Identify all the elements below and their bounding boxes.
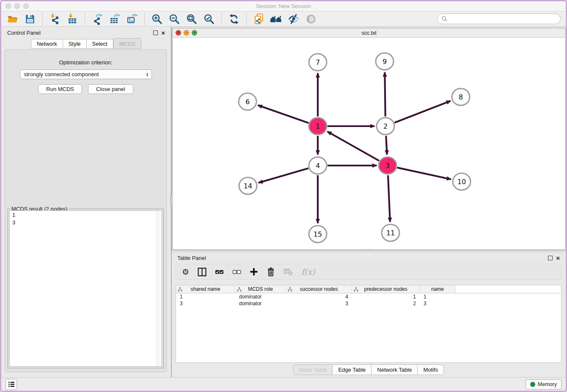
tab-style[interactable]: Style [63, 39, 87, 49]
mcds-result-fieldset: MCDS result (2 nodes) 13 [8, 209, 164, 368]
criterion-select[interactable]: strongly connected component ▲▼ [20, 69, 152, 79]
table-options-icon[interactable]: ⚙ [182, 268, 189, 276]
graph-node-1[interactable]: 1 [309, 118, 327, 135]
svg-text:1: 1 [316, 122, 320, 130]
control-panel: Control Panel × NetworkStyleSelectMCDS O… [1, 27, 171, 377]
edge-2-8[interactable] [394, 101, 450, 122]
graph-node-8[interactable]: 8 [452, 88, 470, 105]
tab-motifs[interactable]: Motifs [418, 364, 444, 375]
svg-text:9: 9 [383, 58, 387, 66]
first-neighbors-icon[interactable] [270, 13, 283, 25]
open-file-icon[interactable] [6, 13, 19, 25]
select-stepper-icon: ▲▼ [146, 72, 149, 77]
table-panel-title: Table Panel [177, 255, 206, 261]
tab-network[interactable]: Network [31, 39, 63, 49]
table-row[interactable]: 3dominator323 [176, 300, 561, 307]
export-network-icon[interactable] [91, 13, 104, 25]
clone-network-icon[interactable] [253, 13, 265, 25]
column-header-name[interactable]: name [420, 285, 456, 293]
graph-node-11[interactable]: 11 [382, 224, 399, 241]
deselect-all-icon[interactable] [232, 268, 241, 276]
list-icon [8, 381, 15, 388]
edge-2-3[interactable] [386, 136, 387, 155]
search-input[interactable] [450, 15, 556, 22]
add-column-icon[interactable] [250, 268, 258, 276]
table-cell: 3 [420, 300, 456, 307]
tab-edge-table[interactable]: Edge Table [333, 364, 372, 375]
search-box[interactable] [437, 14, 561, 24]
select-all-icon[interactable] [215, 268, 224, 276]
table-cell: dominator [235, 293, 286, 300]
table-header-row: shared nameMCDS rolesuccessor nodesprede… [176, 285, 561, 293]
run-mcds-button[interactable]: Run MCDS [38, 84, 82, 94]
graph-node-10[interactable]: 10 [453, 173, 471, 190]
import-network-icon[interactable] [49, 13, 61, 25]
graph-node-4[interactable]: 4 [309, 157, 327, 174]
tab-network-table[interactable]: Network Table [372, 364, 418, 375]
zoom-selected-icon[interactable] [203, 13, 215, 25]
graph-svg: 1234678910111415 [173, 38, 565, 249]
tab-mcds[interactable]: MCDS [113, 38, 141, 49]
tab-node-table[interactable]: Node Table [293, 364, 333, 375]
result-scrollbar[interactable] [157, 211, 162, 366]
column-header-successor-nodes[interactable]: successor nodes [286, 285, 352, 293]
column-header-MCDS-role[interactable]: MCDS role [235, 285, 286, 293]
window-titlebar: Session: New Session [1, 1, 566, 11]
svg-text:10: 10 [457, 178, 466, 186]
graph-node-3[interactable]: 3 [379, 157, 396, 174]
save-session-icon[interactable] [24, 13, 36, 25]
memory-button[interactable]: Memory [526, 379, 561, 389]
canvas-resize-grip[interactable] [366, 249, 371, 251]
fit-content-icon[interactable] [185, 13, 198, 25]
graph-node-2[interactable]: 2 [377, 118, 394, 135]
column-view-icon[interactable] [198, 268, 206, 276]
edge-4-14[interactable] [259, 168, 308, 182]
delete-column-icon[interactable] [267, 267, 275, 276]
graph-node-14[interactable]: 14 [239, 177, 257, 194]
task-history-button[interactable] [6, 379, 17, 390]
main-area: Control Panel × NetworkStyleSelectMCDS O… [1, 27, 566, 377]
table-panel-header: Table Panel × [172, 252, 565, 264]
refresh-icon[interactable] [228, 13, 240, 25]
close-panel-icon[interactable]: × [161, 30, 165, 36]
edge-1-6[interactable] [258, 105, 309, 123]
graph-node-15[interactable]: 15 [309, 226, 327, 243]
edge-3-10[interactable] [397, 168, 451, 179]
toolbar-separator [246, 13, 247, 25]
edge-2-9[interactable] [385, 72, 385, 116]
control-panel-tabs: NetworkStyleSelectMCDS [1, 39, 171, 49]
show-all-icon[interactable] [305, 13, 317, 25]
close-panel-icon[interactable]: × [556, 255, 560, 261]
graph-node-6[interactable]: 6 [239, 93, 256, 110]
export-image-icon[interactable] [126, 13, 138, 25]
tab-select[interactable]: Select [87, 39, 113, 49]
table-tabs: Node TableEdge TableNetwork TableMotifs [172, 364, 565, 375]
graph-node-9[interactable]: 9 [376, 53, 394, 70]
column-header-predecessor-nodes[interactable]: predecessor nodes [352, 285, 420, 293]
hide-selected-icon[interactable] [287, 13, 300, 25]
network-canvas[interactable]: 1234678910111415 [173, 38, 565, 251]
import-table-icon[interactable] [66, 13, 79, 25]
float-panel-icon[interactable] [548, 256, 553, 260]
zoom-out-icon[interactable] [168, 13, 181, 25]
edge-3-11[interactable] [388, 175, 390, 222]
status-bar: Memory [1, 377, 566, 391]
graph-node-7[interactable]: 7 [309, 54, 327, 71]
table-cell: 3 [176, 300, 235, 307]
float-panel-icon[interactable] [153, 30, 158, 35]
table-row[interactable]: 1dominator411 [176, 293, 561, 300]
result-item: 3 [10, 218, 162, 226]
control-panel-title: Control Panel [7, 30, 41, 36]
close-panel-button[interactable]: Close panel [88, 84, 133, 94]
svg-text:6: 6 [245, 98, 250, 106]
table-cell: dominator [235, 300, 286, 307]
mcds-result-area[interactable]: 13 [9, 210, 162, 367]
zoom-in-icon[interactable] [151, 13, 163, 25]
table-body: 1dominator4113dominator323 [176, 293, 561, 307]
node-table: shared nameMCDS rolesuccessor nodesprede… [176, 285, 561, 363]
edge-3-1[interactable] [328, 132, 379, 161]
export-table-icon[interactable] [108, 13, 121, 25]
network-window: × − + scc.txt 1234678910111415 [172, 28, 566, 250]
toolbar-separator [42, 13, 43, 25]
column-header-shared-name[interactable]: shared name [176, 285, 235, 293]
